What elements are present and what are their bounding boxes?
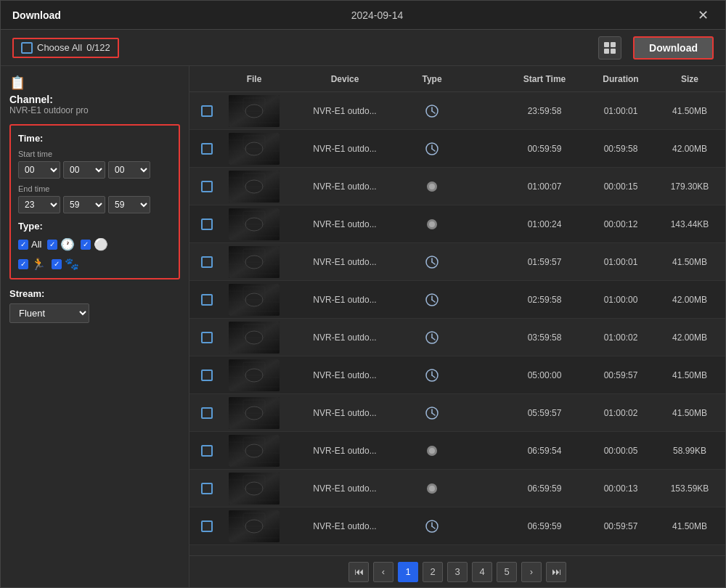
first-page-button[interactable]: ⏮ bbox=[348, 562, 369, 582]
time-section-title: Time: bbox=[18, 133, 171, 144]
start-hour-select[interactable]: 000102 bbox=[18, 161, 60, 179]
row-duration-cell: 00:00:12 bbox=[584, 219, 657, 229]
svg-rect-1 bbox=[611, 42, 616, 47]
row-device-cell: NVR-E1 outdo... bbox=[287, 332, 403, 343]
row-size-cell: 41.50MB bbox=[657, 106, 722, 116]
svg-rect-0 bbox=[604, 42, 609, 47]
row-checkbox[interactable] bbox=[201, 332, 213, 343]
row-size-cell: 41.50MB bbox=[657, 521, 722, 531]
type-options: All 🕐 ⚪ bbox=[18, 237, 171, 251]
svg-line-23 bbox=[432, 149, 435, 151]
page-5-button[interactable]: 5 bbox=[497, 562, 517, 582]
actionbar: Choose All 0/122 Download bbox=[1, 30, 725, 66]
last-page-button[interactable]: ⏭ bbox=[546, 562, 566, 582]
start-sec-select[interactable]: 003059 bbox=[108, 161, 150, 179]
type-option-clock: 🕐 bbox=[47, 237, 75, 251]
type-dot-checkbox[interactable] bbox=[81, 240, 91, 250]
row-thumbnail-cell bbox=[221, 322, 287, 354]
row-start-time-cell: 02:59:58 bbox=[505, 295, 584, 305]
row-duration-cell: 00:00:05 bbox=[584, 446, 657, 456]
page-2-button[interactable]: 2 bbox=[423, 562, 443, 582]
svg-rect-3 bbox=[611, 49, 616, 54]
stream-select[interactable]: Fluent Main bbox=[9, 303, 89, 323]
row-checkbox[interactable] bbox=[201, 445, 213, 457]
type-animal-checkbox[interactable] bbox=[52, 259, 62, 269]
row-duration-cell: 01:00:02 bbox=[584, 408, 657, 418]
svg-line-81 bbox=[432, 375, 435, 377]
row-checkbox[interactable] bbox=[201, 181, 213, 192]
type-option-dot: ⚪ bbox=[81, 237, 108, 251]
row-start-time-cell: 05:00:00 bbox=[505, 370, 584, 380]
end-hour-select[interactable]: 230012 bbox=[18, 196, 60, 213]
thumbnail bbox=[229, 284, 280, 316]
row-thumbnail-cell bbox=[221, 473, 287, 505]
choose-all-container: Choose All 0/122 bbox=[12, 38, 119, 58]
th-file: File bbox=[221, 74, 287, 84]
thumbnail bbox=[229, 435, 280, 467]
row-checkbox[interactable] bbox=[201, 369, 213, 381]
row-duration-cell: 01:00:00 bbox=[584, 295, 657, 305]
row-checkbox[interactable] bbox=[201, 256, 213, 268]
table-row: NVR-E1 outdo... 06:59:59 00:59:57 41.50M… bbox=[189, 507, 725, 545]
row-type-cell bbox=[403, 331, 461, 344]
next-page-button[interactable]: › bbox=[521, 562, 542, 582]
row-checkbox[interactable] bbox=[201, 219, 213, 230]
end-min-select[interactable]: 590030 bbox=[63, 196, 105, 213]
row-thumbnail-cell bbox=[221, 397, 287, 429]
row-checkbox[interactable] bbox=[201, 520, 213, 532]
row-type-cell bbox=[403, 407, 461, 420]
type-all-checkbox[interactable] bbox=[18, 240, 28, 250]
row-thumbnail-cell bbox=[221, 171, 287, 203]
table-row: NVR-E1 outdo... 03:59:58 01:00:02 42.00M… bbox=[189, 319, 725, 356]
table-row: NVR-E1 outdo... 06:59:54 00:00:05 58.99K… bbox=[189, 432, 725, 470]
type-section-title: Type: bbox=[18, 221, 171, 232]
row-thumbnail-cell bbox=[221, 359, 287, 391]
close-button[interactable]: ✕ bbox=[693, 5, 714, 25]
page-3-button[interactable]: 3 bbox=[447, 562, 468, 582]
stream-label: Stream: bbox=[9, 288, 180, 299]
row-checkbox[interactable] bbox=[201, 143, 213, 155]
row-checkbox[interactable] bbox=[201, 407, 213, 419]
clock-icon: 🕐 bbox=[60, 237, 75, 251]
download-button[interactable]: Download bbox=[633, 36, 714, 60]
pagination: ⏮ ‹ 1 2 3 4 5 › ⏭ bbox=[189, 555, 725, 587]
end-time-selects: 230012 590030 590030 bbox=[18, 196, 171, 213]
row-device-cell: NVR-E1 outdo... bbox=[287, 295, 403, 305]
table-row: NVR-E1 outdo... 06:59:59 00:00:13 153.59… bbox=[189, 470, 725, 507]
prev-page-button[interactable]: ‹ bbox=[373, 562, 393, 582]
row-checkbox-cell bbox=[192, 369, 221, 381]
row-type-cell bbox=[403, 369, 461, 382]
sidebar: 📋 Channel: NVR-E1 outdoor pro Time: Star… bbox=[1, 66, 189, 587]
choose-all-checkbox[interactable] bbox=[21, 42, 33, 54]
row-checkbox-cell bbox=[192, 520, 221, 532]
row-checkbox-cell bbox=[192, 445, 221, 457]
row-thumbnail-cell bbox=[221, 510, 287, 542]
row-thumbnail-cell bbox=[221, 246, 287, 278]
row-checkbox[interactable] bbox=[201, 483, 213, 494]
end-time-label: End time bbox=[18, 184, 171, 193]
type-option-motion: 🏃 bbox=[18, 257, 46, 271]
row-checkbox[interactable] bbox=[201, 294, 213, 306]
row-duration-cell: 01:00:01 bbox=[584, 257, 657, 267]
row-checkbox[interactable] bbox=[201, 105, 213, 117]
row-duration-cell: 00:00:13 bbox=[584, 483, 657, 494]
end-time-group: End time 230012 590030 590030 bbox=[18, 184, 171, 213]
row-type-cell bbox=[403, 256, 461, 269]
table-area: File Device Type Start Time Duration Siz… bbox=[189, 66, 725, 587]
choose-all-label: Choose All bbox=[37, 42, 82, 53]
page-1-button[interactable]: 1 bbox=[398, 562, 418, 582]
row-checkbox-cell bbox=[192, 181, 221, 192]
end-sec-select[interactable]: 590030 bbox=[108, 196, 150, 213]
thumbnail bbox=[229, 397, 280, 429]
row-type-cell bbox=[403, 482, 461, 495]
type-all-label: All bbox=[31, 239, 41, 250]
channel-name: NVR-E1 outdoor pro bbox=[9, 105, 180, 115]
start-min-select[interactable]: 003059 bbox=[63, 161, 105, 179]
type-motion-checkbox[interactable] bbox=[18, 259, 28, 269]
row-size-cell: 41.50MB bbox=[657, 257, 722, 267]
date-display: 2024-09-14 bbox=[351, 9, 404, 21]
grid-view-button[interactable] bbox=[598, 36, 621, 60]
thumbnail bbox=[229, 95, 280, 127]
type-clock-checkbox[interactable] bbox=[47, 240, 57, 250]
page-4-button[interactable]: 4 bbox=[472, 562, 492, 582]
